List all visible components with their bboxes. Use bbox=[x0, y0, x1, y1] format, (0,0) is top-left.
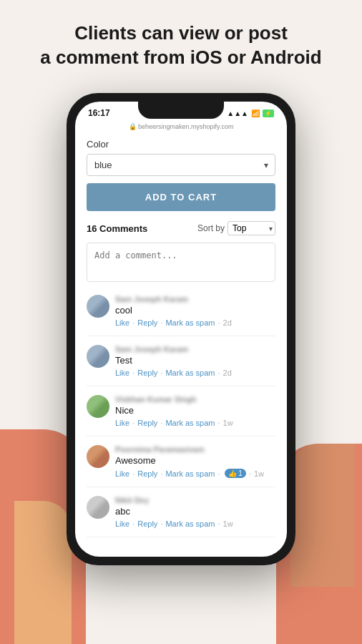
comment-item: Sam Joseph Karam cool Like · Reply · Mar… bbox=[87, 295, 275, 336]
phone-frame: 16:17 ▲▲▲ 📶 ⚡ 🔒 beheersingmaken.myshopif… bbox=[67, 93, 295, 565]
bg-shape-right2 bbox=[290, 444, 355, 587]
wifi-icon: 📶 bbox=[251, 109, 260, 117]
sort-select[interactable]: Top Recent bbox=[228, 221, 275, 235]
comment-time: 2d bbox=[223, 318, 232, 327]
mark-spam-button[interactable]: Mark as spam bbox=[165, 369, 215, 377]
color-label: Color bbox=[87, 139, 275, 150]
comment-input[interactable] bbox=[87, 243, 275, 282]
avatar bbox=[87, 295, 109, 318]
battery-icon: ⚡ bbox=[263, 109, 274, 117]
separator: · bbox=[132, 318, 134, 327]
reply-button[interactable]: Reply bbox=[137, 369, 157, 377]
commenter-name: Viskhan Kumar Singh bbox=[115, 395, 275, 404]
comment-item: Poornima Paramasivam Awesome Like · Repl… bbox=[87, 445, 275, 487]
lock-icon: 🔒 bbox=[129, 123, 137, 130]
scroll-content[interactable]: Color blue red green ▾ ADD TO CART 16 Co… bbox=[75, 132, 287, 547]
signal-icon: ▲▲▲ bbox=[227, 109, 248, 117]
sort-by: Sort by Top Recent ▾ bbox=[197, 221, 275, 235]
comment-actions: Like · Reply · Mark as spam · 1w bbox=[115, 519, 275, 528]
comment-actions: Like · Reply · Mark as spam · 1w bbox=[115, 419, 275, 427]
sort-label: Sort by bbox=[197, 223, 225, 233]
commenter-name: Sam Joseph Karam bbox=[115, 345, 275, 353]
separator: · bbox=[160, 469, 162, 478]
like-button[interactable]: Like bbox=[115, 419, 129, 427]
separator: · bbox=[132, 419, 134, 427]
comment-body: Viskhan Kumar Singh Nice Like · Reply · … bbox=[115, 395, 275, 427]
reply-button[interactable]: Reply bbox=[137, 318, 157, 327]
add-to-cart-button[interactable]: ADD TO CART bbox=[87, 183, 275, 211]
separator: · bbox=[218, 369, 220, 377]
color-select[interactable]: blue red green bbox=[87, 154, 275, 176]
comment-body: Nikit Dey abc Like · Reply · Mark as spa… bbox=[115, 496, 275, 528]
bg-shape-left2 bbox=[14, 501, 72, 644]
comment-actions: Like · Reply · Mark as spam · 2d bbox=[115, 369, 275, 377]
header-title: Clients can view or post bbox=[74, 22, 288, 44]
avatar bbox=[87, 496, 109, 519]
separator: · bbox=[132, 469, 134, 478]
comment-actions: Like · Reply · Mark as spam · 👍 1 · 1w bbox=[115, 469, 275, 478]
like-badge: 👍 1 bbox=[225, 469, 246, 478]
comment-item: Viskhan Kumar Singh Nice Like · Reply · … bbox=[87, 395, 275, 436]
comment-item: Sam Joseph Karam Test Like · Reply · Mar… bbox=[87, 345, 275, 386]
comments-list: Sam Joseph Karam cool Like · Reply · Mar… bbox=[87, 295, 275, 537]
mark-spam-button[interactable]: Mark as spam bbox=[165, 318, 215, 327]
comment-text: cool bbox=[115, 305, 275, 316]
separator: · bbox=[132, 369, 134, 377]
mark-spam-button[interactable]: Mark as spam bbox=[165, 419, 215, 427]
status-time: 16:17 bbox=[88, 108, 110, 118]
url-bar: 🔒 beheersingmaken.myshopify.com bbox=[75, 122, 287, 132]
phone-screen: 16:17 ▲▲▲ 📶 ⚡ 🔒 beheersingmaken.myshopif… bbox=[75, 102, 287, 557]
color-select-container[interactable]: blue red green ▾ bbox=[87, 154, 275, 176]
avatar bbox=[87, 445, 109, 468]
comment-actions: Like · Reply · Mark as spam · 2d bbox=[115, 318, 275, 327]
comments-header: 16 Comments Sort by Top Recent ▾ bbox=[87, 221, 275, 235]
comment-item: Nikit Dey abc Like · Reply · Mark as spa… bbox=[87, 496, 275, 537]
separator: · bbox=[160, 519, 162, 528]
commenter-name: Nikit Dey bbox=[115, 496, 275, 504]
separator: · bbox=[218, 318, 220, 327]
url-text: beheersingmaken.myshopify.com bbox=[138, 123, 233, 130]
comment-text: abc bbox=[115, 506, 275, 517]
mark-spam-button[interactable]: Mark as spam bbox=[165, 469, 215, 478]
like-button[interactable]: Like bbox=[115, 469, 129, 478]
separator: · bbox=[160, 318, 162, 327]
comment-text: Awesome bbox=[115, 455, 275, 466]
status-icons: ▲▲▲ 📶 ⚡ bbox=[227, 109, 274, 117]
comment-time: 2d bbox=[223, 369, 232, 377]
notch bbox=[138, 102, 224, 119]
like-button[interactable]: Like bbox=[115, 318, 129, 327]
like-button[interactable]: Like bbox=[115, 369, 129, 377]
comment-text: Nice bbox=[115, 405, 275, 416]
separator: · bbox=[218, 519, 220, 528]
header-subtitle: a comment from iOS or Android bbox=[40, 47, 321, 68]
commenter-name: Sam Joseph Karam bbox=[115, 295, 275, 303]
comments-count: 16 Comments bbox=[87, 223, 147, 234]
comment-time: 1w bbox=[223, 419, 233, 427]
comment-body: Poornima Paramasivam Awesome Like · Repl… bbox=[115, 445, 275, 478]
comment-time: 1w bbox=[254, 469, 264, 478]
header-text: Clients can view or post a comment from … bbox=[0, 21, 362, 70]
separator: · bbox=[160, 419, 162, 427]
reply-button[interactable]: Reply bbox=[137, 519, 157, 528]
separator: · bbox=[249, 469, 251, 478]
comment-body: Sam Joseph Karam cool Like · Reply · Mar… bbox=[115, 295, 275, 327]
comment-body: Sam Joseph Karam Test Like · Reply · Mar… bbox=[115, 345, 275, 377]
separator: · bbox=[218, 419, 220, 427]
mark-spam-button[interactable]: Mark as spam bbox=[165, 519, 215, 528]
separator: · bbox=[132, 519, 134, 528]
sort-select-container[interactable]: Top Recent ▾ bbox=[228, 221, 275, 235]
separator: · bbox=[160, 369, 162, 377]
reply-button[interactable]: Reply bbox=[137, 419, 157, 427]
comment-text: Test bbox=[115, 355, 275, 366]
comment-time: 1w bbox=[223, 519, 233, 528]
avatar bbox=[87, 345, 109, 368]
commenter-name: Poornima Paramasivam bbox=[115, 445, 275, 454]
like-button[interactable]: Like bbox=[115, 519, 129, 528]
reply-button[interactable]: Reply bbox=[137, 469, 157, 478]
avatar bbox=[87, 395, 109, 418]
separator: · bbox=[218, 469, 220, 478]
